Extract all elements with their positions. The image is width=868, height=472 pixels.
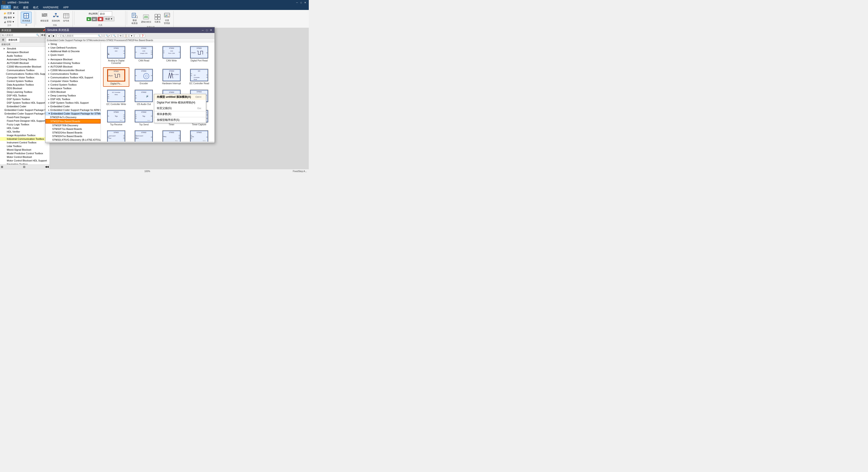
modal-copy-button[interactable]: 📋 xyxy=(123,34,128,37)
modal-zoom-out-button[interactable]: 🔍- xyxy=(112,34,118,37)
tree-item-motorhdl[interactable]: Motor Control Blockset HDL Support xyxy=(0,159,50,162)
simulink-library-browser-modal[interactable]: Simulink 库浏览器 ─ □ ✕ ◀ ▶ ↑ 🔍 🔍+ 🔍- ⟲ 📋 ▼ … xyxy=(45,27,215,143)
menu-modeling[interactable]: 建模 xyxy=(21,5,31,10)
sidebar-expand-icon[interactable]: ⊞ xyxy=(1,165,3,168)
modal-back-button[interactable]: ◀ xyxy=(47,34,51,37)
search-icon[interactable]: 🔍 xyxy=(36,34,39,37)
ctx-goto-parent[interactable]: 转至父级(G) Esc xyxy=(154,105,206,111)
block-dport-read[interactable]: STM32 Port= Digital Port Read xyxy=(186,44,212,66)
block-udp-recv[interactable]: STM32 Udp Recv Udp Receive xyxy=(158,129,185,142)
modal-dropdown-button[interactable]: ▼ xyxy=(129,34,134,37)
tree-item-c2000[interactable]: C2000 Microcontroller Blockset xyxy=(0,65,50,68)
modal-tree-ec[interactable]: ▶ Embedded Coder xyxy=(45,105,101,108)
modal-tree-stmg4[interactable]: STM32G4xx Based Boards xyxy=(45,131,101,134)
logic-analyzer-button[interactable]: 逻辑分析仪 xyxy=(140,13,153,24)
modal-tree-stm-disc[interactable]: STM32F4x7c-Discovery xyxy=(45,115,101,119)
modal-tree-ctrl[interactable]: ▶ Control System Toolbox xyxy=(45,83,101,87)
tree-item-cv[interactable]: Computer Vision Toolbox xyxy=(0,76,50,79)
ribbon-open-button[interactable]: 📂 打开 ▼ xyxy=(3,11,16,15)
sidebar-settings-icon[interactable]: ⚙ xyxy=(41,34,43,37)
modal-tree-stml475[interactable]: STM32L475VG-Discovery (B-L475E-IOT01A) xyxy=(45,138,101,142)
tree-item-lidar[interactable]: Lidar Toolbox xyxy=(0,144,50,148)
menu-hardware[interactable]: HARDWARE xyxy=(41,5,61,10)
sidebar-search-input[interactable] xyxy=(2,34,36,36)
modal-tree-dsps[interactable]: ▶ DSP System Toolbox HDL Support xyxy=(45,101,101,105)
block-uart-read[interactable]: STM32 UART/USART Read UART/USART Read xyxy=(103,129,129,142)
modal-tree-dds[interactable]: ▶ DDS Blockset xyxy=(45,90,101,94)
sidebar-arrow-left[interactable]: ◀◀ xyxy=(45,165,49,168)
block-adc[interactable]: STM32 ADC Analog to Digital Converter xyxy=(103,44,129,66)
modal-tree-ec-stm[interactable]: ▼ Embedded Coder Support Package for STM… xyxy=(45,112,101,115)
sim-manager-button[interactable]: 仿真管理器 xyxy=(162,11,172,26)
next-step-dropdown[interactable]: 快进 ▼ xyxy=(104,17,114,21)
menu-test[interactable]: 测试 xyxy=(11,5,21,10)
modal-tree-amd[interactable]: ▶ Additional Math & Discrete xyxy=(45,49,101,53)
sidebar-tab-library[interactable]: 库 xyxy=(0,38,6,42)
modal-search-icon[interactable]: 🔍 xyxy=(98,35,101,37)
modal-tree-stm-f4[interactable]: STM32F4xx Based Boards xyxy=(45,119,101,124)
close-button[interactable]: ✕ xyxy=(303,1,307,4)
modal-refresh-button[interactable]: ⟲ xyxy=(119,34,123,37)
mosaic-button[interactable]: 马赛克 xyxy=(153,13,162,24)
modal-tree-qi[interactable]: ▶ Quick Insert xyxy=(45,53,101,57)
block-i2s-out[interactable]: STM32 🔊 I2S Audio Out xyxy=(131,88,157,107)
modal-tree-aero2[interactable]: ▶ Aerospace Toolbox xyxy=(45,87,101,90)
tree-item-fpd-hdl[interactable]: Fixed-Point Designer HDL Support xyxy=(0,119,50,123)
modal-tree-comms-hdl[interactable]: ▶ Communications Toolbox HDL Support xyxy=(45,76,101,79)
block-dport-write[interactable]: STM32 Port= Digital Po... xyxy=(103,67,129,87)
block-tcp-send[interactable]: STM32 Tcp Send Tcp Send xyxy=(131,108,157,127)
tree-item-ec-ar[interactable]: Embedded Coder Support Package for AR... xyxy=(0,108,50,112)
sidebar-tab-search[interactable]: 搜索结果 xyxy=(6,38,20,42)
tree-item-automated[interactable]: Automated Driving Toolbox xyxy=(0,58,50,61)
tree-item-hdlv[interactable]: HDL Verifier xyxy=(0,130,50,133)
tree-item-ec[interactable]: Embedded Coder xyxy=(0,105,50,108)
tree-item-ec-st[interactable]: Embedded Coder Support Package for ST... xyxy=(0,112,50,115)
block-uart-write[interactable]: STM32 UART/USART Write UART/USART Write xyxy=(131,129,157,142)
menu-format[interactable]: 格式 xyxy=(31,5,41,10)
block-i2c-write[interactable]: I2C Controller Write I2C Controller Writ… xyxy=(103,88,129,107)
step-button[interactable]: ⏭ xyxy=(92,17,97,21)
sidebar-collapse-icon[interactable]: ⊟ xyxy=(23,165,25,168)
stop-button[interactable]: ⏹ xyxy=(98,17,103,21)
modal-tree-autosar[interactable]: ▶ AUTOSAR Blockset xyxy=(45,65,101,68)
title-bar-controls[interactable]: ─ □ ✕ xyxy=(295,1,307,4)
ribbon-save-button[interactable]: 💾 保存 ▼ xyxy=(3,15,16,20)
menu-simulation[interactable]: 仿真 xyxy=(1,5,11,10)
modal-search-input[interactable] xyxy=(62,35,98,37)
ctx-help[interactable]: Digital Port Write 模块的帮助(H) xyxy=(154,100,206,105)
tree-item-dsph[interactable]: DSP System Toolbox HDL Support xyxy=(0,101,50,105)
modal-forward-button[interactable]: ▶ xyxy=(52,34,56,37)
tree-item-ict[interactable]: Industrial Communication Toolbox xyxy=(0,137,50,141)
modal-tree-dsph[interactable]: ▶ DSP HDL Toolbox xyxy=(45,97,101,101)
tree-item-fpd[interactable]: Fixed-Point Designer xyxy=(0,115,50,119)
block-i2c-read[interactable]: I2C I2C Controller Read I2C Controller R… xyxy=(186,67,212,87)
tree-item-ia[interactable]: Image Acquisition Toolbox xyxy=(0,133,50,137)
tree-item-daq[interactable]: Data Acquisition Toolbox xyxy=(0,83,50,87)
modal-zoom-in-button[interactable]: 🔍+ xyxy=(105,34,111,37)
tree-item-mpc[interactable]: Model Predictive Control Toolbox xyxy=(0,151,50,155)
tree-item-autosar[interactable]: AUTOSAR Blockset xyxy=(0,61,50,65)
modal-tree-stmf7[interactable]: STM32F7xx Based Boards xyxy=(45,127,101,131)
tree-item-nav[interactable]: Navigation Toolbox xyxy=(0,162,50,164)
modal-tree-comms[interactable]: ▶ Communications Toolbox xyxy=(45,72,101,76)
modal-help-button[interactable]: ❓ xyxy=(140,34,145,37)
ctx-add-to-model[interactable]: 向模型 untitled 添加模块(A) Ctrl+I xyxy=(154,94,206,100)
tree-item-comms[interactable]: Communications Toolbox xyxy=(0,68,50,72)
block-encoder[interactable]: STM32 Encoder xyxy=(131,67,157,87)
modal-tree-string[interactable]: ▶ String xyxy=(45,42,101,46)
tree-item-dds[interactable]: DDS Blockset xyxy=(0,87,50,90)
data-inspector-button[interactable]: 数据检查器 xyxy=(130,11,139,26)
ribbon-print-button[interactable]: 🖨 打印 ▼ xyxy=(3,20,16,24)
tree-item-hdl[interactable]: HDL Coder xyxy=(0,126,50,130)
menu-app[interactable]: APP xyxy=(61,5,71,10)
modal-minimize-button[interactable]: ─ xyxy=(201,29,205,32)
run-button[interactable]: ▶ xyxy=(87,17,91,21)
block-can-read[interactable]: STM32 CAN Length CAN CAN Read xyxy=(131,44,157,66)
tree-item-dsphd[interactable]: DSP HDL Toolbox xyxy=(0,94,50,97)
modal-arrow-button[interactable]: → xyxy=(135,34,139,37)
tree-item-control[interactable]: Control System Toolbox xyxy=(0,79,50,83)
tree-item-mixed[interactable]: Mixed-Signal Blockset xyxy=(0,148,50,151)
modal-tree-dl[interactable]: ▶ Deep Learning Toolbox xyxy=(45,94,101,97)
tree-item-simulink[interactable]: ▶Simulink xyxy=(0,47,50,50)
maximize-button[interactable]: □ xyxy=(299,1,303,4)
